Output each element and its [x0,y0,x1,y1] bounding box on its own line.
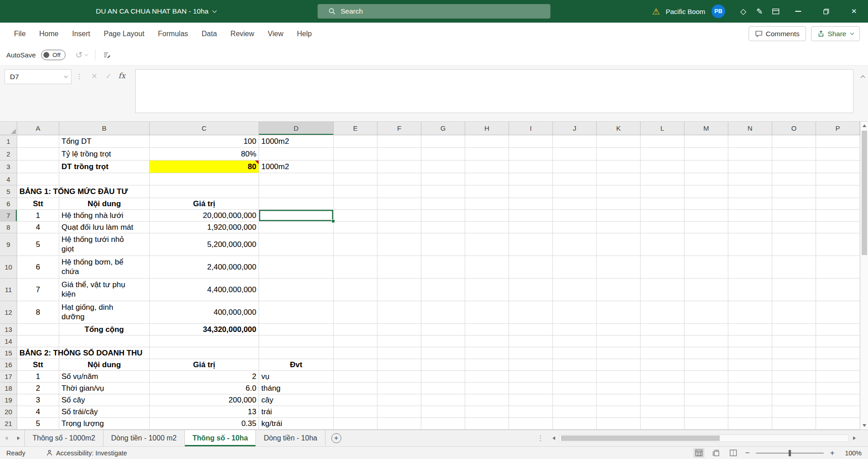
cell-O5[interactable] [772,185,816,198]
cell-F11[interactable] [377,279,421,301]
cell-G13[interactable] [421,324,465,336]
cell-A4[interactable] [17,173,59,185]
cell-O2[interactable] [772,148,816,161]
cell-N1[interactable] [728,135,772,148]
cell-L9[interactable] [641,233,684,256]
cell-A12[interactable]: 8 [17,301,59,324]
cell-C9[interactable]: 5,200,000,000 [150,233,259,256]
cell-L7[interactable] [641,210,684,222]
cell-G20[interactable] [421,406,465,418]
cell-G6[interactable] [421,198,465,210]
undo-button[interactable]: ↺ [75,51,87,59]
cell-K17[interactable] [597,371,641,383]
cell-D4[interactable] [259,173,334,185]
cell-D1[interactable]: 1000m2 [259,135,334,148]
cell-P6[interactable] [816,198,860,210]
cell-H9[interactable] [465,233,509,256]
cell-J3[interactable] [553,161,597,173]
column-header-H[interactable]: H [465,122,509,135]
pen-icon[interactable]: ✎ [751,0,768,23]
cell-I16[interactable] [509,359,553,371]
cell-G8[interactable] [421,222,465,233]
cell-G10[interactable] [421,256,465,279]
cell-A15[interactable]: BẢNG 2: THÔNG SỐ DOANH THU [17,347,59,359]
zoom-slider-thumb[interactable] [789,450,791,456]
cell-E10[interactable] [334,256,377,279]
tab-view[interactable]: View [261,30,290,38]
cell-G15[interactable] [421,347,465,359]
cell-O15[interactable] [772,347,816,359]
cell-O6[interactable] [772,198,816,210]
cell-O4[interactable] [772,173,816,185]
cell-B11[interactable]: Giá thể, vật tư phụ kiện [59,279,150,301]
cell-P20[interactable] [816,406,860,418]
cell-O19[interactable] [772,394,816,406]
cell-M21[interactable] [684,418,728,430]
cell-L11[interactable] [641,279,684,301]
new-sheet-button[interactable]: + [331,433,341,443]
cell-C16[interactable]: Giá trị [150,359,259,371]
cell-O21[interactable] [772,418,816,430]
cell-F17[interactable] [377,371,421,383]
cell-B21[interactable]: Trọng lượng [59,418,150,430]
cell-B3[interactable]: DT trồng trọt [59,161,150,173]
cell-H4[interactable] [465,173,509,185]
row-header-20[interactable]: 20 [0,406,17,418]
cell-A2[interactable] [17,148,59,161]
cell-E6[interactable] [334,198,377,210]
cell-N11[interactable] [728,279,772,301]
cell-E5[interactable] [334,185,377,198]
cell-I5[interactable] [509,185,553,198]
cell-D20[interactable]: trái [259,406,334,418]
cell-E4[interactable] [334,173,377,185]
cell-L3[interactable] [641,161,684,173]
cell-L8[interactable] [641,222,684,233]
cell-C18[interactable]: 6.0 [150,383,259,394]
cell-I10[interactable] [509,256,553,279]
cell-H11[interactable] [465,279,509,301]
tab-home[interactable]: Home [33,30,66,38]
cell-E9[interactable] [334,233,377,256]
cell-B6[interactable]: Nội dung [59,198,150,210]
cell-E1[interactable] [334,135,377,148]
cell-M18[interactable] [684,383,728,394]
cell-K5[interactable] [597,185,641,198]
cell-K1[interactable] [597,135,641,148]
cell-N19[interactable] [728,394,772,406]
cell-P5[interactable] [816,185,860,198]
zoom-level[interactable]: 100% [841,450,862,457]
cell-E11[interactable] [334,279,377,301]
cell-P18[interactable] [816,383,860,394]
cell-H12[interactable] [465,301,509,324]
cell-D10[interactable] [259,256,334,279]
cell-H6[interactable] [465,198,509,210]
cell-K4[interactable] [597,173,641,185]
cell-A1[interactable] [17,135,59,148]
cell-G5[interactable] [421,185,465,198]
cell-I20[interactable] [509,406,553,418]
ribbon-display-options-icon[interactable] [768,0,784,23]
cell-C3[interactable]: 80 [150,161,259,173]
cell-A11[interactable]: 7 [17,279,59,301]
cell-F4[interactable] [377,173,421,185]
cell-J14[interactable] [553,336,597,347]
cell-N4[interactable] [728,173,772,185]
cell-F20[interactable] [377,406,421,418]
cell-N8[interactable] [728,222,772,233]
cell-N17[interactable] [728,371,772,383]
cell-P2[interactable] [816,148,860,161]
cell-O3[interactable] [772,161,816,173]
row-header-11[interactable]: 11 [0,279,17,301]
cell-I6[interactable] [509,198,553,210]
cell-A20[interactable]: 4 [17,406,59,418]
cell-J15[interactable] [553,347,597,359]
cell-O18[interactable] [772,383,816,394]
zoom-out-button[interactable]: − [745,449,750,457]
cell-I8[interactable] [509,222,553,233]
cell-K14[interactable] [597,336,641,347]
cell-C19[interactable]: 200,000 [150,394,259,406]
cell-F21[interactable] [377,418,421,430]
cell-N18[interactable] [728,383,772,394]
cell-F6[interactable] [377,198,421,210]
autosave-toggle[interactable]: Off [41,50,66,60]
